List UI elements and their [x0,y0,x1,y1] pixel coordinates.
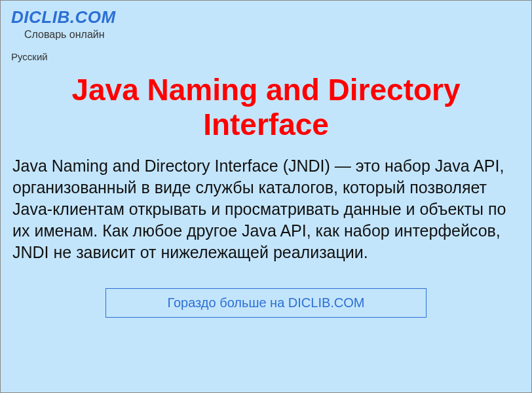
language-label[interactable]: Русский [1,45,531,67]
site-tagline: Словарь онлайн [24,29,521,41]
definition-text: Java Naming and Directory Interface (JND… [1,153,531,263]
header: DICLIB.COM Словарь онлайн [1,1,531,45]
site-logo[interactable]: DICLIB.COM [11,7,521,28]
promo-link[interactable]: Гораздо больше на DICLIB.COM [105,288,427,318]
page-title: Java Naming and Directory Interface [1,67,531,153]
